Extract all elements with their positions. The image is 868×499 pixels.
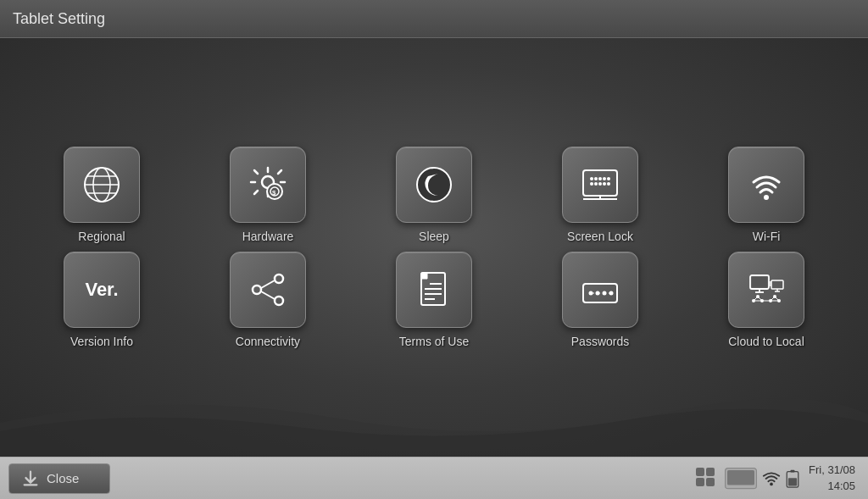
svg-point-60 bbox=[773, 295, 776, 298]
datetime-line2: 14:05 bbox=[809, 479, 855, 494]
cloud-local-icon bbox=[745, 269, 787, 311]
taskbar-icons bbox=[694, 466, 800, 491]
svg-point-9 bbox=[417, 168, 451, 202]
svg-point-18 bbox=[590, 182, 593, 186]
label-regional: Regional bbox=[78, 230, 125, 243]
svg-rect-44 bbox=[771, 280, 783, 289]
passwords-icon bbox=[579, 269, 621, 311]
svg-rect-65 bbox=[706, 478, 715, 486]
icon-grid: Regional $ Hardware bbox=[27, 147, 841, 348]
svg-point-14 bbox=[594, 177, 598, 180]
svg-rect-63 bbox=[706, 468, 715, 476]
svg-line-28 bbox=[261, 291, 275, 299]
datetime-display: Fri, 31/08 14:05 bbox=[809, 463, 855, 493]
svg-point-19 bbox=[594, 182, 598, 186]
share-icon bbox=[247, 269, 289, 311]
icon-item-screen-lock[interactable]: Screen Lock bbox=[526, 147, 675, 243]
icon-item-sleep[interactable]: Sleep bbox=[359, 147, 509, 243]
svg-rect-67 bbox=[727, 470, 754, 485]
svg-rect-62 bbox=[696, 468, 704, 476]
svg-point-20 bbox=[598, 182, 602, 186]
icon-box-wifi bbox=[728, 147, 804, 223]
icon-item-version-info[interactable]: Ver. Version Info bbox=[27, 252, 176, 348]
screen-lock-icon bbox=[579, 164, 621, 206]
icon-box-cloud-to-local bbox=[728, 252, 804, 328]
svg-point-17 bbox=[607, 177, 610, 180]
icon-item-connectivity[interactable]: Connectivity bbox=[193, 252, 342, 348]
svg-point-15 bbox=[598, 177, 602, 180]
icon-box-sleep bbox=[396, 147, 472, 223]
svg-rect-72 bbox=[788, 478, 797, 485]
svg-point-24 bbox=[275, 274, 283, 283]
svg-line-27 bbox=[261, 280, 275, 288]
label-hardware: Hardware bbox=[242, 230, 294, 243]
svg-point-16 bbox=[603, 177, 606, 180]
svg-point-21 bbox=[603, 182, 606, 186]
svg-text:$: $ bbox=[272, 189, 276, 197]
icon-box-terms-of-use bbox=[396, 252, 472, 328]
svg-point-26 bbox=[275, 297, 283, 305]
title-bar: Tablet Setting bbox=[0, 0, 868, 38]
svg-rect-71 bbox=[791, 469, 795, 472]
bottom-right-area: Fri, 31/08 14:05 bbox=[694, 463, 868, 493]
tablet-icon[interactable] bbox=[724, 466, 758, 491]
page-title: Tablet Setting bbox=[13, 10, 105, 28]
svg-rect-64 bbox=[696, 478, 704, 486]
battery-icon bbox=[785, 469, 800, 488]
close-button-label: Close bbox=[47, 471, 79, 485]
icon-item-wifi[interactable]: Wi-Fi bbox=[692, 147, 841, 243]
close-button[interactable]: Close bbox=[8, 463, 110, 494]
label-terms-of-use: Terms of Use bbox=[399, 335, 469, 348]
svg-point-59 bbox=[756, 295, 760, 298]
label-sleep: Sleep bbox=[419, 230, 449, 243]
label-wifi: Wi-Fi bbox=[753, 230, 781, 243]
signal-icon bbox=[762, 469, 781, 488]
world-icon bbox=[81, 164, 123, 206]
download-icon bbox=[21, 469, 40, 488]
label-passwords: Passwords bbox=[571, 335, 629, 348]
icon-box-version-info: Ver. bbox=[64, 252, 140, 328]
icon-item-hardware[interactable]: $ Hardware bbox=[193, 147, 342, 243]
svg-point-22 bbox=[607, 182, 610, 186]
svg-point-25 bbox=[253, 286, 261, 294]
label-screen-lock: Screen Lock bbox=[567, 230, 633, 243]
bottom-bar: Close bbox=[0, 457, 868, 499]
icon-box-regional bbox=[64, 147, 140, 223]
sleep-icon bbox=[413, 164, 455, 206]
icon-box-hardware: $ bbox=[230, 147, 306, 223]
svg-point-23 bbox=[764, 195, 769, 200]
datetime-line1: Fri, 31/08 bbox=[809, 463, 855, 478]
grid-icon[interactable] bbox=[694, 466, 720, 491]
icon-item-cloud-to-local[interactable]: Cloud to Local bbox=[692, 252, 841, 348]
document-icon bbox=[413, 269, 455, 311]
icon-box-connectivity bbox=[230, 252, 306, 328]
label-connectivity: Connectivity bbox=[236, 335, 300, 348]
version-text-icon: Ver. bbox=[85, 279, 118, 301]
label-cloud-to-local: Cloud to Local bbox=[728, 335, 804, 348]
svg-rect-41 bbox=[752, 277, 767, 287]
svg-point-13 bbox=[590, 177, 593, 180]
svg-point-69 bbox=[770, 482, 773, 485]
grid-area: Regional $ Hardware bbox=[0, 47, 868, 448]
icon-box-screen-lock bbox=[562, 147, 638, 223]
wifi-icon bbox=[745, 164, 787, 206]
icon-item-passwords[interactable]: Passwords bbox=[526, 252, 675, 348]
label-version-info: Version Info bbox=[70, 335, 133, 348]
icon-item-terms-of-use[interactable]: Terms of Use bbox=[359, 252, 509, 348]
icon-box-passwords bbox=[562, 252, 638, 328]
gear-icon: $ bbox=[247, 164, 289, 206]
icon-item-regional[interactable]: Regional bbox=[27, 147, 176, 243]
